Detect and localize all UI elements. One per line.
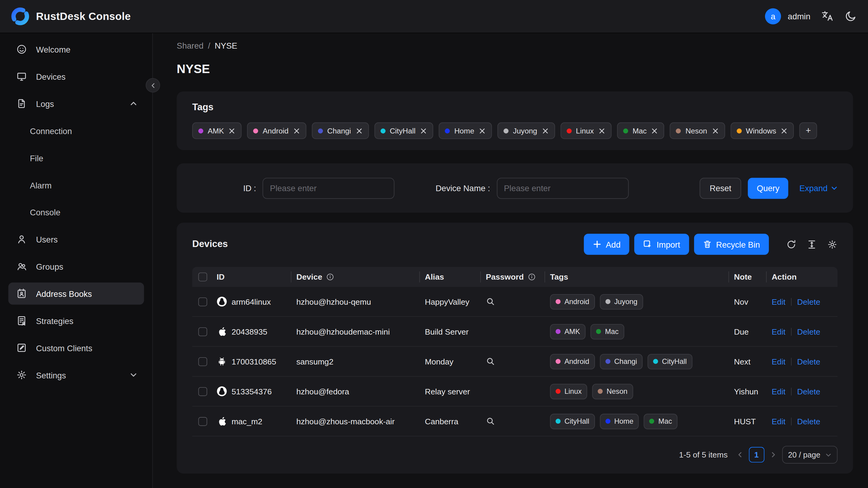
query-button[interactable]: Query xyxy=(748,178,788,199)
sidebar-collapse-button[interactable] xyxy=(146,78,160,93)
delete-link[interactable]: Delete xyxy=(797,417,820,426)
sidebar-item-groups[interactable]: Groups xyxy=(8,255,144,277)
device-id: arm64linux xyxy=(231,297,271,306)
device-name-input[interactable] xyxy=(497,178,629,199)
select-all-checkbox[interactable] xyxy=(198,272,207,281)
info-icon[interactable] xyxy=(528,273,535,281)
pagination: 1-5 of 5 items 1 20 / page xyxy=(192,446,837,463)
column-height-icon[interactable] xyxy=(806,239,817,249)
table-toolbar-icons xyxy=(786,239,838,249)
remove-tag-icon[interactable] xyxy=(420,127,427,134)
settings-icon[interactable] xyxy=(827,239,837,249)
table-row: 1700310865sansumg2MondayAndroidChangiCit… xyxy=(192,347,837,376)
sidebar-item-strategies[interactable]: Strategies xyxy=(8,309,144,332)
row-checkbox[interactable] xyxy=(198,297,207,306)
delete-link[interactable]: Delete xyxy=(797,387,820,396)
edit-link[interactable]: Edit xyxy=(772,357,785,366)
user-name[interactable]: admin xyxy=(788,12,810,21)
table-row: 513354376hzhou@fedoraRelay serverLinuxNe… xyxy=(192,376,837,406)
action-divider xyxy=(791,417,792,425)
row-checkbox[interactable] xyxy=(198,387,207,396)
delete-link[interactable]: Delete xyxy=(797,297,820,306)
row-tag-chip-mac: Mac xyxy=(590,324,624,339)
prev-page-button[interactable] xyxy=(737,452,743,458)
view-password-icon[interactable] xyxy=(486,297,495,306)
tag-color-dot xyxy=(445,128,450,133)
tag-label: CityHall xyxy=(662,357,687,366)
moon-icon[interactable] xyxy=(844,10,857,23)
import-button[interactable]: Import xyxy=(634,234,689,255)
info-icon[interactable] xyxy=(326,273,334,281)
row-checkbox[interactable] xyxy=(198,357,207,366)
cell-id: 20438935 xyxy=(213,326,291,337)
sidebar-item-label: Users xyxy=(36,235,58,244)
sidebar-subitem-console[interactable]: Console xyxy=(8,201,144,223)
remove-tag-icon[interactable] xyxy=(781,127,788,134)
cell-device: sansumg2 xyxy=(291,357,420,366)
remove-tag-icon[interactable] xyxy=(651,127,658,134)
add-button[interactable]: Add xyxy=(584,234,629,255)
sidebar-item-settings[interactable]: Settings xyxy=(8,364,144,386)
row-checkbox[interactable] xyxy=(198,417,207,426)
view-password-icon[interactable] xyxy=(486,417,495,426)
edit-link[interactable]: Edit xyxy=(772,297,785,306)
sidebar-item-welcome[interactable]: Welcome xyxy=(8,38,144,60)
breadcrumb-current: NYSE xyxy=(215,41,238,51)
row-tag-chip-amk: AMK xyxy=(550,324,586,339)
remove-tag-icon[interactable] xyxy=(293,127,300,134)
view-password-icon[interactable] xyxy=(486,357,495,366)
devices-card-title: Devices xyxy=(192,239,228,250)
tag-label: Changi xyxy=(328,126,351,135)
plus-icon xyxy=(593,240,601,248)
cell-action: EditDelete xyxy=(766,417,838,426)
row-tag-chip-linux: Linux xyxy=(550,384,587,399)
edit-link[interactable]: Edit xyxy=(772,387,785,396)
page-size-select[interactable]: 20 / page xyxy=(782,446,837,463)
remove-tag-icon[interactable] xyxy=(228,127,236,134)
sidebar-item-users[interactable]: Users xyxy=(8,228,144,250)
column-label-tags: Tags xyxy=(550,272,568,281)
recycle-bin-button[interactable]: Recycle Bin xyxy=(694,234,769,255)
row-tag-chip-cityhall: CityHall xyxy=(550,414,595,429)
tag-color-dot xyxy=(653,359,658,364)
id-input[interactable] xyxy=(263,178,395,199)
refresh-icon[interactable] xyxy=(786,239,797,249)
row-checkbox[interactable] xyxy=(198,327,207,336)
tag-label: Mac xyxy=(632,126,647,135)
row-checkbox-cell xyxy=(192,327,213,336)
delete-link[interactable]: Delete xyxy=(797,327,820,336)
sidebar-subitem-alarm[interactable]: Alarm xyxy=(8,174,144,196)
breadcrumb-shared[interactable]: Shared xyxy=(177,41,204,51)
edit-link[interactable]: Edit xyxy=(772,327,785,336)
cell-action: EditDelete xyxy=(766,357,838,366)
avatar[interactable]: a xyxy=(765,8,781,25)
edit-link[interactable]: Edit xyxy=(772,417,785,426)
page-1-button[interactable]: 1 xyxy=(749,447,764,462)
add-tag-button[interactable]: + xyxy=(800,122,817,139)
table-body: arm64linuxhzhou@hzhou-qemuHappyValleyAnd… xyxy=(192,287,837,436)
remove-tag-icon[interactable] xyxy=(712,127,719,134)
reset-button[interactable]: Reset xyxy=(700,178,741,199)
remove-tag-icon[interactable] xyxy=(355,127,363,134)
remove-tag-icon[interactable] xyxy=(479,127,486,134)
tag-label: Mac xyxy=(605,327,619,336)
tag-color-dot xyxy=(623,128,628,133)
sidebar-item-address-books[interactable]: Address Books xyxy=(8,282,144,304)
expand-toggle[interactable]: Expand xyxy=(800,183,837,193)
cell-tags: CityHallHomeMac xyxy=(545,414,728,429)
apple-icon xyxy=(217,416,227,426)
remove-tag-icon[interactable] xyxy=(541,127,549,134)
sidebar-item-label: Custom Clients xyxy=(36,343,92,353)
delete-link[interactable]: Delete xyxy=(797,357,820,366)
translate-icon[interactable] xyxy=(821,10,834,23)
sidebar-item-custom-clients[interactable]: Custom Clients xyxy=(8,337,144,359)
sidebar-item-logs[interactable]: Logs xyxy=(8,92,144,115)
sidebar-subitem-file[interactable]: File xyxy=(8,147,144,169)
sidebar: WelcomeDevicesLogsConnectionFileAlarmCon… xyxy=(0,33,153,488)
sidebar-item-devices[interactable]: Devices xyxy=(8,65,144,87)
remove-tag-icon[interactable] xyxy=(598,127,606,134)
column-header-device: Device xyxy=(291,267,420,287)
sidebar-subitem-connection[interactable]: Connection xyxy=(8,120,144,142)
column-header-id: ID xyxy=(213,267,291,287)
next-page-button[interactable] xyxy=(770,452,776,458)
